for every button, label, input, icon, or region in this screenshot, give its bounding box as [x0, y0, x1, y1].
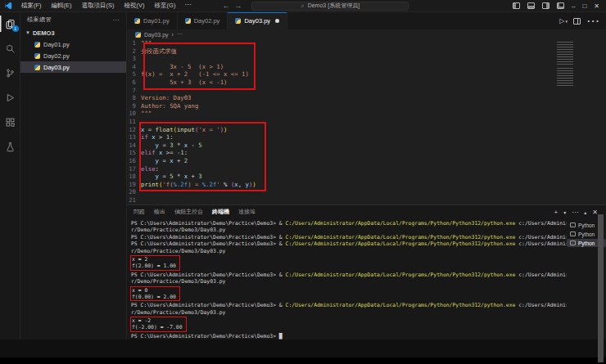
explorer-sidebar: 檔案總管 ⋯ ▼ DEMO3 Day01.pyDay02.pyDay03.py — [20, 12, 127, 339]
toggle-secondary-sidebar-icon[interactable] — [542, 2, 549, 9]
explorer-icon[interactable]: 1 — [0, 16, 20, 32]
tab-problems[interactable]: 問題 — [133, 208, 145, 216]
terminal-output[interactable]: PS C:\Users\Administrator\Demo\Practice\… — [127, 218, 567, 339]
maximize-panel-icon[interactable]: ▴ — [584, 209, 586, 215]
panel-more-icon[interactable]: ⋯ — [572, 209, 578, 216]
close-button[interactable]: ✕ — [594, 2, 599, 10]
breadcrumb-separator: › — [172, 32, 174, 38]
panel-tabs: 問題 輸出 偵錯主控台 終端機 連接埠 + ▾ ⋯ ▴ ✕ — [127, 205, 606, 218]
line-number: 7 — [127, 87, 141, 95]
terminal-line: r/Demo/Practice/Demo3/Day03.py — [131, 248, 567, 254]
session-label: Python — [578, 240, 595, 246]
line-number: 1 — [127, 39, 141, 47]
bottom-black-band — [0, 357, 606, 364]
menu-edit[interactable]: 編輯(E) — [47, 1, 76, 11]
file-item[interactable]: Day02.py — [20, 50, 126, 61]
tab-output[interactable]: 輸出 — [154, 208, 165, 216]
command-center-search[interactable]: ⌕ Demo3 [系統管理員] — [251, 2, 409, 11]
editor-actions: ▷▾ ⋯ — [559, 12, 606, 29]
toggle-sidebar-icon[interactable] — [513, 2, 520, 9]
breadcrumb-more[interactable]: ⋯ — [177, 31, 183, 38]
minimize-button[interactable]: – — [572, 2, 575, 10]
terminal-line: r/Demo/Practice/Demo3/Day03.py — [131, 227, 567, 233]
line-number: 3 — [127, 55, 141, 63]
tab-day02[interactable]: Day02.py — [178, 12, 228, 29]
terminal-line: r/Demo/Practice/Demo3/Day03.py — [131, 309, 567, 316]
unsaved-dot-icon[interactable] — [275, 19, 279, 23]
terminal-line: PS C:\Users\Administrator\Demo\Practice\… — [131, 220, 567, 227]
run-python-button[interactable]: ▷▾ — [559, 17, 568, 25]
back-arrow-icon[interactable]: ← — [222, 2, 229, 10]
menu-selection[interactable]: 選取項目(S) — [78, 1, 119, 11]
file-item[interactable]: Day01.py — [20, 38, 126, 50]
explorer-more-icon[interactable]: ⋯ — [113, 16, 120, 24]
annotation-box: x = 2f(2.00) = 1.00 — [130, 255, 180, 271]
explorer-title: 檔案總管 — [27, 16, 52, 24]
code-line: 21 — [127, 196, 606, 204]
terminal-line: x = 0 — [132, 287, 176, 294]
python-file-icon — [134, 18, 140, 24]
customize-layout-icon[interactable] — [557, 2, 564, 9]
breadcrumb-file[interactable]: Day03.py — [144, 32, 169, 38]
terminal-line: f(2.00) = 1.00 — [132, 263, 176, 269]
code-line: 9Author: SQA yang — [127, 102, 606, 110]
split-editor-icon[interactable] — [573, 18, 581, 25]
file-label: Day02.py — [43, 52, 70, 60]
tab-day01[interactable]: Day01.py — [127, 12, 178, 29]
tab-debug-console[interactable]: 偵錯主控台 — [174, 208, 203, 216]
terminal-line: x = -2 — [132, 317, 183, 324]
code-line: 10""" — [127, 110, 606, 118]
annotation-box: x = 0f(0.00) = 2.00 — [130, 286, 180, 302]
vscode-window: 檔案(F) 編輯(E) 選取項目(S) 檢視(V) 移至(G) ⋯ ← → ⌕ … — [0, 0, 606, 364]
run-dropdown-icon[interactable]: ▾ — [565, 19, 568, 24]
line-number: 5 — [127, 70, 141, 79]
source-control-icon[interactable] — [0, 65, 20, 81]
terminal-line: r/Demo/Practice/Demo3/Day03.py — [131, 278, 567, 285]
menu-more-button[interactable]: ⋯ — [181, 1, 194, 11]
tab-day03[interactable]: Day03.py — [228, 12, 287, 29]
chevron-down-icon: ▼ — [25, 30, 30, 35]
terminal-icon: › — [570, 222, 576, 227]
titlebar-right: – □ ✕ — [513, 2, 606, 10]
extensions-icon[interactable] — [0, 114, 20, 130]
menu-go[interactable]: 移至(G) — [151, 1, 180, 11]
annotation-box: x = -2f(-2.00) = -7.00 — [130, 317, 187, 332]
forward-arrow-icon[interactable]: → — [234, 2, 242, 10]
tab-label: Day03.py — [244, 17, 270, 25]
maximize-button[interactable]: □ — [582, 2, 586, 10]
terminal-icon: › — [570, 240, 576, 245]
terminal-line: PS C:\Users\Administrator\Demo\Practice\… — [131, 234, 567, 240]
annotation-box-code — [139, 122, 266, 191]
tab-terminal[interactable]: 終端機 — [212, 208, 229, 216]
code-editor[interactable]: 1"""2分段函式求值34 3x - 5 (x > 1)5f(x) = x + … — [127, 39, 606, 204]
scrollbar[interactable] — [598, 214, 604, 362]
editor-more-icon[interactable]: ⋯ — [586, 13, 599, 29]
file-item[interactable]: Day03.py — [20, 61, 126, 73]
menu-file[interactable]: 檔案(F) — [17, 1, 46, 11]
line-number: 9 — [127, 102, 141, 110]
bottom-dark-band — [0, 339, 606, 357]
terminal-dropdown-icon[interactable]: ▾ — [563, 209, 566, 215]
run-debug-icon[interactable] — [0, 89, 20, 106]
file-list: Day01.pyDay02.pyDay03.py — [20, 38, 126, 73]
close-panel-icon[interactable]: ✕ — [592, 209, 598, 216]
new-terminal-icon[interactable]: + — [554, 209, 559, 216]
session-label: Python — [578, 222, 595, 228]
menu-bar: 檔案(F) 編輯(E) 選取項目(S) 檢視(V) 移至(G) ⋯ — [17, 1, 194, 11]
folder-name: DEMO3 — [33, 29, 55, 37]
menu-view[interactable]: 檢視(V) — [120, 1, 149, 11]
line-number: 10 — [127, 110, 141, 118]
toggle-panel-icon[interactable] — [527, 2, 535, 9]
breadcrumb[interactable]: Day03.py › ⋯ — [127, 29, 606, 39]
python-file-icon — [34, 53, 40, 59]
line-number: 8 — [127, 94, 141, 102]
tab-ports[interactable]: 連接埠 — [238, 208, 256, 216]
folder-row[interactable]: ▼ DEMO3 — [20, 27, 126, 38]
testing-icon[interactable] — [0, 138, 20, 155]
tab-label: Day01.py — [143, 17, 170, 25]
minimap[interactable] — [557, 42, 573, 87]
line-number: 4 — [127, 63, 141, 71]
python-file-icon — [34, 65, 40, 70]
search-view-icon[interactable] — [0, 40, 20, 56]
terminal-line: PS C:\Users\Administrator\Demo\Practice\… — [131, 333, 567, 339]
